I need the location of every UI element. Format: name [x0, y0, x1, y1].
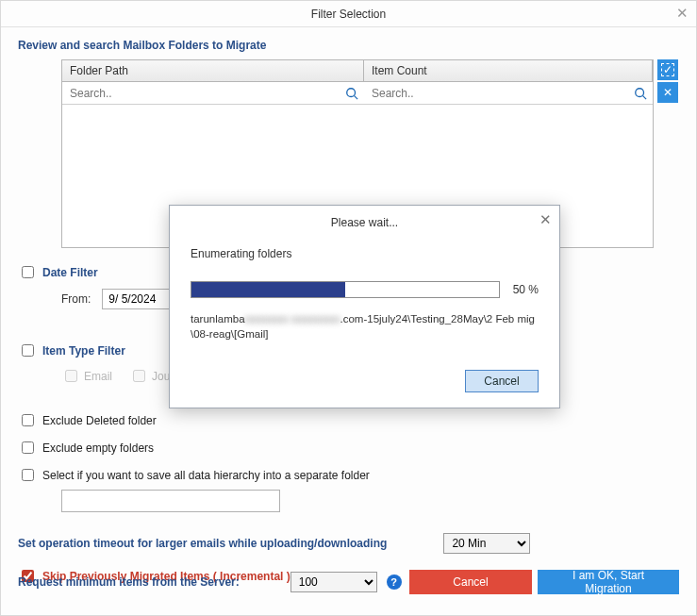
- timeout-label: Set operation timeout for larger emails …: [18, 537, 387, 550]
- modal-header: Please wait... ✕: [170, 206, 559, 240]
- filter-selection-window: Filter Selection ✕ Review and search Mai…: [0, 0, 697, 616]
- exclude-deleted-label: Exclude Deleted folder: [42, 414, 157, 427]
- deselect-all-button[interactable]: ✕: [657, 82, 678, 103]
- titlebar: Filter Selection ✕: [1, 1, 696, 27]
- progress-bar-fill: [191, 282, 345, 297]
- grid-header: Folder Path Item Count: [62, 60, 653, 82]
- modal-close-icon[interactable]: ✕: [539, 211, 552, 228]
- path-redacted: xxxxxxxx xxxxxxxxx: [245, 313, 340, 325]
- progress-percent-label: 50 %: [513, 283, 539, 296]
- type-email-checkbox: [65, 370, 77, 382]
- type-journal-checkbox: [133, 370, 145, 382]
- cancel-button[interactable]: Cancel: [409, 570, 532, 594]
- type-email-label: Email: [84, 370, 112, 383]
- modal-footer: Cancel: [170, 370, 559, 408]
- column-item-count[interactable]: Item Count: [364, 60, 653, 81]
- column-folder-path[interactable]: Folder Path: [62, 60, 364, 81]
- modal-body: Enumerating folders 50 % tarunlambaxxxxx…: [170, 240, 559, 370]
- start-migration-button[interactable]: I am OK, Start Migration: [538, 570, 679, 594]
- modal-title: Please wait...: [331, 216, 398, 229]
- date-filter-checkbox[interactable]: [22, 266, 34, 278]
- type-email: Email: [61, 367, 112, 385]
- progress-modal: Please wait... ✕ Enumerating folders 50 …: [169, 205, 560, 408]
- progress-bar: [191, 281, 500, 298]
- search-item-count-input[interactable]: [364, 84, 653, 103]
- grid-search-row: [62, 82, 653, 105]
- svg-point-0: [347, 88, 356, 96]
- search-folder-path-cell: [62, 82, 364, 104]
- request-items-select[interactable]: 100: [290, 572, 377, 592]
- request-items-label: Request minimum items from the Server:: [18, 575, 240, 589]
- grid-side-buttons: ✓ ✕: [657, 59, 678, 103]
- close-icon[interactable]: ✕: [676, 5, 689, 22]
- exclude-empty-label: Exclude empty folders: [42, 441, 154, 455]
- item-type-filter-label: Item Type Filter: [42, 344, 125, 358]
- item-type-filter-checkbox[interactable]: [22, 344, 34, 357]
- window-title: Filter Selection: [311, 8, 386, 21]
- svg-line-1: [355, 95, 358, 99]
- exclude-empty-checkbox[interactable]: [22, 441, 34, 454]
- review-search-label: Review and search Mailbox Folders to Mig…: [18, 39, 679, 52]
- select-all-button[interactable]: ✓: [657, 59, 678, 80]
- timeout-row: Set operation timeout for larger emails …: [18, 533, 679, 554]
- help-icon[interactable]: ?: [387, 574, 402, 590]
- enumerating-label: Enumerating folders: [191, 247, 539, 260]
- modal-cancel-button[interactable]: Cancel: [465, 370, 539, 392]
- search-icon[interactable]: [345, 87, 358, 100]
- progress-row: 50 %: [191, 281, 539, 298]
- exclude-deleted-row: Exclude Deleted folder: [18, 411, 679, 429]
- save-hierarchy-row: Select if you want to save all data hier…: [18, 466, 679, 484]
- exclude-deleted-checkbox[interactable]: [22, 414, 34, 426]
- hierarchy-folder-input[interactable]: [61, 490, 280, 512]
- svg-line-3: [643, 95, 647, 99]
- bottom-row: Request minimum items from the Server: 1…: [18, 570, 679, 594]
- save-hierarchy-label: Select if you want to save all data hier…: [42, 469, 370, 482]
- save-hierarchy-checkbox[interactable]: [22, 469, 34, 481]
- search-folder-path-input[interactable]: [62, 84, 364, 103]
- search-icon[interactable]: [634, 87, 647, 100]
- hierarchy-folder-input-row: [61, 490, 679, 512]
- timeout-select[interactable]: 20 Min: [443, 533, 530, 554]
- from-label: From:: [61, 292, 91, 306]
- path-prefix: tarunlamba: [191, 313, 245, 325]
- svg-point-2: [636, 88, 644, 96]
- current-folder-path: tarunlambaxxxxxxxx xxxxxxxxx.com-15july2…: [191, 311, 539, 341]
- search-item-count-cell: [364, 82, 653, 104]
- date-filter-label: Date Filter: [42, 266, 98, 279]
- exclude-empty-row: Exclude empty folders: [18, 439, 679, 457]
